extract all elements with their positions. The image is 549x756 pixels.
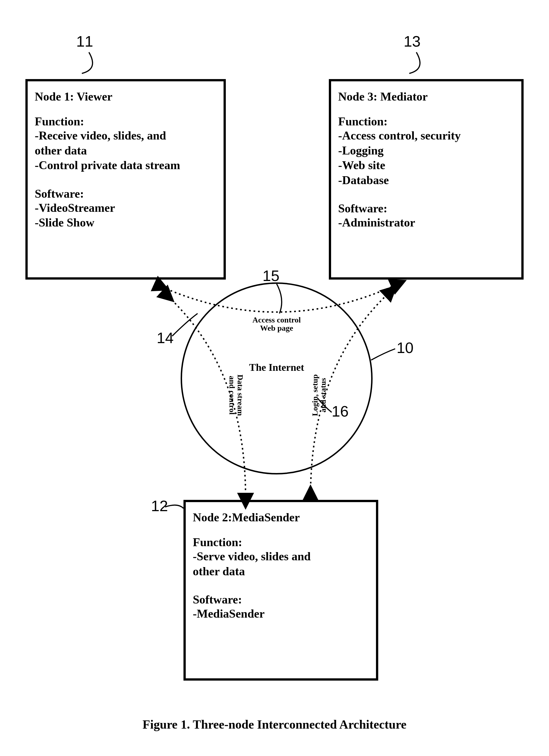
data-stream-line1: Data stream [236, 374, 245, 416]
access-control-line2: Web page [260, 324, 293, 332]
node1-function-label: Function: [35, 115, 217, 128]
node1-software-item: -Slide Show [35, 215, 217, 230]
login-setup-line1: Login, setup [310, 374, 319, 416]
access-control-label: Access control Web page [240, 316, 313, 332]
node3-function-label: Function: [338, 115, 514, 128]
data-stream-label: Data stream and control [228, 368, 245, 422]
ref-11: 11 [76, 32, 93, 50]
node1-function-item: other data [35, 143, 217, 158]
internet-circle [181, 282, 372, 474]
ref-12: 12 [151, 497, 168, 515]
node3-function-item: -Access control, security [338, 128, 514, 143]
login-setup-label: Login, setup and status [311, 368, 327, 422]
data-stream-line2: and control [228, 376, 237, 415]
node1-function-item: -Control private data stream [35, 158, 217, 173]
node2-function-item: -Serve video, slides and [193, 549, 369, 564]
node2-function-label: Function: [193, 535, 369, 549]
figure-caption: Figure 1. Three-node Interconnected Arch… [0, 717, 549, 732]
node2-function-item: other data [193, 564, 369, 579]
node3-title: Node 3: Mediator [338, 90, 514, 103]
access-control-line1: Access control [252, 315, 300, 324]
ref-16: 16 [332, 402, 348, 420]
node2-box: Node 2:MediaSender Function: -Serve vide… [184, 500, 378, 681]
node1-function-item: -Receive video, slides, and [35, 128, 217, 143]
ref-13: 13 [404, 32, 420, 50]
login-setup-line2: and status [319, 378, 327, 412]
node1-software-label: Software: [35, 187, 217, 201]
internet-label: The Internet [246, 361, 308, 373]
ref-15: 15 [263, 267, 279, 284]
node1-box: Node 1: Viewer Function: -Receive video,… [25, 79, 226, 280]
node1-software-item: -VideoStreamer [35, 201, 217, 215]
ref-10: 10 [396, 339, 413, 356]
node2-software-label: Software: [193, 593, 369, 606]
node2-title: Node 2:MediaSender [193, 511, 369, 524]
node3-function-item: -Database [338, 173, 514, 188]
node3-function-item: -Logging [338, 143, 514, 158]
node3-software-item: -Administrator [338, 215, 514, 230]
node3-function-item: -Web site [338, 158, 514, 173]
node2-software-item: -MediaSender [193, 606, 369, 621]
node1-title: Node 1: Viewer [35, 90, 217, 103]
node3-software-label: Software: [338, 202, 514, 215]
ref-14: 14 [157, 329, 174, 347]
node3-box: Node 3: Mediator Function: -Access contr… [329, 79, 524, 280]
